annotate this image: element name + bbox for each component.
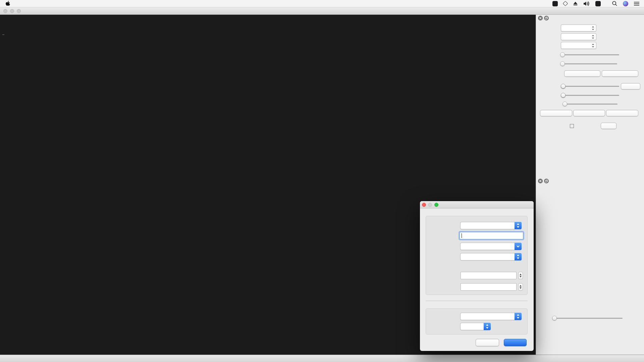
time-span-combo[interactable] xyxy=(561,42,596,49)
window-title-bar[interactable] xyxy=(0,7,644,15)
rate-combo[interactable] xyxy=(561,33,596,40)
notification-center-icon[interactable] xyxy=(634,2,639,6)
menu-bar xyxy=(0,0,644,7)
fft-dock-close-icon[interactable] xyxy=(538,16,543,20)
siri-icon[interactable] xyxy=(623,1,628,6)
dialog-separator xyxy=(426,301,528,301)
status-bar xyxy=(0,355,644,362)
audio-dock-close-icon[interactable] xyxy=(538,179,543,183)
zoom-window-button[interactable] xyxy=(17,9,21,13)
input-rate-combo[interactable] xyxy=(460,243,522,250)
reset-button[interactable] xyxy=(540,110,572,116)
averaging-slider[interactable] xyxy=(560,52,619,57)
dialog-minimize-button[interactable] xyxy=(428,203,432,207)
dialog-zoom-button[interactable] xyxy=(434,203,438,207)
bandwidth-stepper[interactable] xyxy=(518,272,523,279)
pandapter-waterfall-slider[interactable] xyxy=(560,61,617,66)
audio-waterfall-canvas[interactable] xyxy=(541,255,641,310)
center-button[interactable] xyxy=(573,110,605,116)
bandwidth-field[interactable] xyxy=(461,272,517,279)
freq-zoom-slider[interactable] xyxy=(562,102,618,106)
status-b-icon[interactable] xyxy=(552,1,558,6)
pand-db-lock-button[interactable] xyxy=(621,83,640,89)
wf-db-range-slider[interactable] xyxy=(561,93,619,98)
gain-slider[interactable] xyxy=(552,316,623,320)
input-source-icon[interactable] xyxy=(595,1,601,6)
device-combo[interactable] xyxy=(460,222,522,229)
lnb-lo-stepper[interactable] xyxy=(518,283,523,291)
band-plan-label xyxy=(2,34,4,35)
color-swatch[interactable] xyxy=(570,124,574,128)
minimize-window-button[interactable] xyxy=(10,9,14,13)
fft-dock-float-icon[interactable] xyxy=(544,16,549,20)
spotlight-icon[interactable] xyxy=(612,1,617,6)
audio-spectrum-canvas[interactable] xyxy=(541,189,641,255)
fill-button[interactable] xyxy=(601,123,616,129)
pand-db-range-slider[interactable] xyxy=(561,84,619,88)
eject-icon[interactable] xyxy=(573,1,578,6)
decimation-combo[interactable] xyxy=(460,253,522,260)
audio-dock-float-icon[interactable] xyxy=(544,179,549,183)
peak-detect-button[interactable] xyxy=(564,70,600,77)
configure-io-dialog xyxy=(420,201,534,351)
apple-menu-icon[interactable] xyxy=(5,1,10,6)
lnb-lo-field[interactable] xyxy=(461,283,517,291)
pandapter-spectrum-canvas[interactable] xyxy=(0,15,536,177)
peak-hold-button[interactable] xyxy=(602,70,638,77)
dialog-title-bar[interactable] xyxy=(420,201,534,208)
cancel-button[interactable] xyxy=(476,339,499,346)
screen xyxy=(0,0,644,362)
volume-icon[interactable] xyxy=(584,1,590,6)
dialog-close-button[interactable] xyxy=(422,203,426,207)
demod-button[interactable] xyxy=(606,110,638,116)
audio-output-group xyxy=(426,308,528,335)
audio-sample-rate-combo[interactable] xyxy=(460,323,491,330)
status-diamond-icon[interactable] xyxy=(563,1,568,6)
ok-button[interactable] xyxy=(504,339,527,346)
fft-size-combo[interactable] xyxy=(561,24,596,32)
audio-device-combo[interactable] xyxy=(460,313,522,320)
close-window-button[interactable] xyxy=(3,9,7,13)
device-string-input[interactable] xyxy=(460,232,523,239)
dock-tab-bar xyxy=(536,170,644,178)
